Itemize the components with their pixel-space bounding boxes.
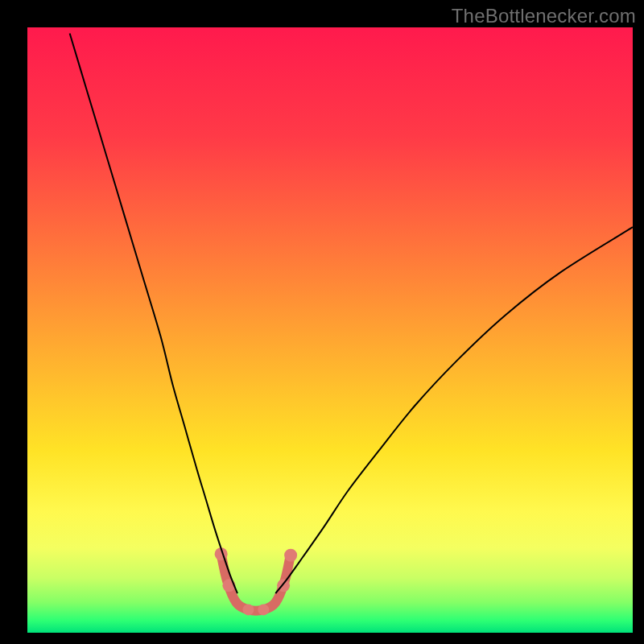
outer-frame: TheBottlenecker.com (0, 0, 644, 644)
plot-area (27, 27, 633, 633)
bottom-marker-left (242, 604, 254, 615)
gradient-background (27, 27, 633, 633)
watermark-text: TheBottlenecker.com (452, 5, 636, 27)
right-marker-upper (284, 549, 297, 562)
bottom-marker-right (258, 604, 269, 615)
chart-svg (27, 27, 633, 633)
